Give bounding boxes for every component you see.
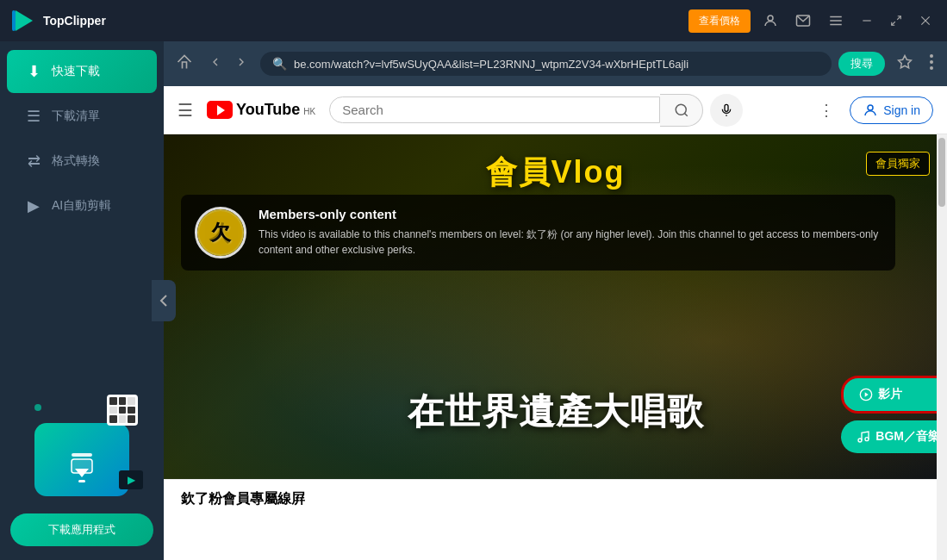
- scroll-thumb[interactable]: [938, 138, 945, 207]
- url-bar: 🔍: [260, 52, 832, 76]
- browser-nav-buttons: [203, 52, 253, 76]
- search-icon: [674, 103, 689, 118]
- forward-button[interactable]: [229, 52, 253, 76]
- user-icon-btn[interactable]: [757, 9, 783, 32]
- sidebar-item-format-convert[interactable]: ⇄ 格式轉換: [7, 140, 157, 183]
- forward-icon: [234, 55, 248, 69]
- youtube-logo[interactable]: YouTube HK: [207, 101, 315, 119]
- members-text-block: Members-only content This video is avail…: [259, 207, 882, 258]
- vlog-title: 會員Vlog: [164, 152, 947, 194]
- mail-icon-btn[interactable]: [790, 9, 816, 32]
- channel-avatar: 欠 人: [195, 207, 246, 258]
- avatar-inner: 欠 人: [197, 209, 244, 256]
- video-btn-label: 影片: [878, 387, 902, 402]
- members-only-title: Members-only content: [259, 207, 882, 221]
- minimize-btn[interactable]: [856, 11, 878, 30]
- menu-icon-btn[interactable]: [823, 9, 849, 32]
- download-circle-icon: ⬇: [24, 62, 43, 81]
- svg-point-17: [930, 54, 933, 58]
- more-options-button[interactable]: [925, 51, 938, 78]
- svg-rect-12: [72, 453, 92, 457]
- browser-search-button[interactable]: 搜尋: [838, 52, 885, 76]
- members-only-overlay: 欠 人 Members-only content This video is a…: [181, 195, 895, 271]
- youtube-search-box: [329, 96, 660, 123]
- convert-icon: ⇄: [24, 152, 43, 171]
- hamburger-icon: [828, 13, 844, 28]
- chevron-left-icon: [159, 294, 168, 308]
- svg-rect-1: [12, 10, 16, 31]
- video-area: 會員Vlog 會員獨家 欠 人: [164, 134, 947, 479]
- svg-rect-22: [725, 104, 728, 111]
- svg-marker-29: [865, 392, 869, 396]
- home-icon: [176, 53, 193, 71]
- video-thumbnail: 會員Vlog 會員獨家 欠 人: [164, 134, 947, 479]
- sidebar-item-ai-edit-label: AI自動剪輯: [52, 198, 111, 214]
- url-search-icon: 🔍: [272, 57, 287, 71]
- home-button[interactable]: [172, 50, 196, 78]
- close-icon: [919, 15, 931, 27]
- restore-icon: [890, 15, 902, 27]
- members-exclusive-badge: 會員獨家: [866, 152, 930, 176]
- film-strip-icon: ▶: [119, 470, 143, 489]
- yt-menu-icon[interactable]: ☰: [178, 100, 193, 121]
- title-bar: TopClipper 查看價格: [0, 0, 947, 41]
- sidebar-nav: ⬇ 快速下載 ☰ 下載清單 ⇄ 格式轉換 ▶ AI自動剪輯: [0, 41, 164, 381]
- youtube-search-input[interactable]: [342, 103, 647, 117]
- channel-title-text: 欽了粉會員專屬線屛: [181, 490, 930, 508]
- close-btn[interactable]: [914, 11, 937, 30]
- browser-area: 🔍 搜尋 ☰ YouTube HK: [164, 41, 947, 560]
- members-only-desc: This video is available to this channel'…: [259, 227, 882, 258]
- list-icon: ☰: [24, 107, 43, 126]
- svg-rect-15: [78, 480, 85, 482]
- svg-marker-16: [899, 55, 912, 67]
- svg-marker-0: [16, 10, 33, 31]
- star-icon: [897, 54, 913, 70]
- sidebar-item-format-convert-label: 格式轉換: [52, 153, 100, 169]
- video-action-buttons: 影片 BGM／音樂: [841, 376, 947, 453]
- title-bar-actions: 查看價格: [688, 9, 937, 33]
- sidebar: ⬇ 快速下載 ☰ 下載清單 ⇄ 格式轉換 ▶ AI自動剪輯: [0, 41, 164, 560]
- promo-qr-code: [107, 395, 138, 426]
- svg-point-20: [676, 104, 686, 115]
- price-button[interactable]: 查看價格: [688, 9, 751, 33]
- yt-more-options-button[interactable]: ⋮: [810, 94, 843, 127]
- youtube-search-button[interactable]: [660, 94, 703, 127]
- sidebar-item-quick-download[interactable]: ⬇ 快速下載: [7, 50, 157, 93]
- microphone-button[interactable]: [710, 94, 743, 127]
- sidebar-item-ai-edit[interactable]: ▶ AI自動剪輯: [7, 184, 157, 227]
- svg-point-24: [868, 105, 873, 110]
- play-circle-icon: [859, 388, 873, 401]
- promo-download-icon: [65, 451, 99, 486]
- music-icon: [857, 430, 870, 444]
- restore-btn[interactable]: [885, 11, 907, 30]
- person-icon: [863, 103, 878, 118]
- app-logo-text: TopClipper: [43, 14, 106, 28]
- app-logo: TopClipper: [10, 7, 688, 34]
- youtube-logo-text: YouTube: [236, 101, 300, 119]
- svg-point-30: [858, 439, 862, 442]
- download-app-button[interactable]: 下載應用程式: [10, 513, 153, 546]
- back-icon: [209, 55, 222, 69]
- sidebar-item-download-list-label: 下載清單: [52, 109, 100, 124]
- video-download-button[interactable]: 影片: [841, 376, 947, 414]
- svg-point-31: [865, 438, 869, 441]
- scroll-track[interactable]: [937, 134, 947, 560]
- dot-decoration-1: [34, 404, 41, 411]
- url-input[interactable]: [294, 58, 819, 71]
- youtube-locale: HK: [303, 107, 315, 116]
- video-big-title: 在世界遺產大唱歌: [164, 388, 947, 436]
- youtube-header: ☰ YouTube HK: [164, 86, 947, 134]
- vlog-title-text: 會員Vlog: [486, 154, 626, 190]
- microphone-icon: [720, 103, 733, 117]
- sign-in-button[interactable]: Sign in: [850, 96, 933, 124]
- bgm-download-button[interactable]: BGM／音樂: [841, 420, 947, 453]
- svg-line-8: [897, 16, 900, 20]
- main-layout: ⬇ 快速下載 ☰ 下載清單 ⇄ 格式轉換 ▶ AI自動剪輯: [0, 41, 947, 560]
- back-button[interactable]: [203, 52, 227, 76]
- bookmark-button[interactable]: [892, 51, 918, 78]
- svg-line-9: [892, 22, 895, 25]
- ai-icon: ▶: [24, 196, 43, 215]
- channel-logo-svg: 欠 人: [199, 211, 242, 254]
- sidebar-item-download-list[interactable]: ☰ 下載清單: [7, 95, 157, 138]
- sidebar-collapse-button[interactable]: [152, 280, 176, 321]
